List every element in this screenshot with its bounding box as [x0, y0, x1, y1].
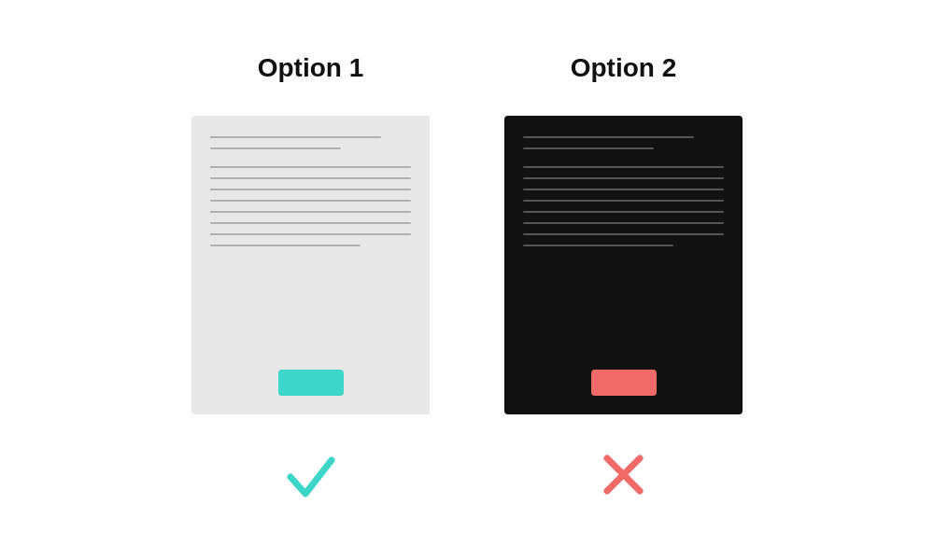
- doc-line: [523, 211, 724, 213]
- doc-gap: [210, 159, 411, 166]
- option2-card: [504, 116, 743, 414]
- option1-lines: [210, 136, 411, 353]
- option2-icon-area: [587, 442, 661, 508]
- doc-line: [210, 222, 411, 224]
- option2-column: Option 2: [504, 53, 743, 508]
- doc-line: [523, 245, 673, 246]
- option1-icon-area: [274, 442, 348, 508]
- doc-line: [210, 233, 411, 235]
- doc-line: [523, 189, 724, 190]
- crossmark-icon: [598, 449, 649, 500]
- doc-line: [523, 177, 724, 179]
- doc-line: [523, 147, 654, 149]
- doc-line: [210, 147, 341, 149]
- doc-gap: [523, 159, 724, 166]
- doc-line: [523, 200, 724, 202]
- doc-line: [210, 200, 411, 202]
- doc-line: [210, 136, 381, 138]
- option1-title: Option 1: [258, 53, 364, 83]
- doc-line: [210, 245, 361, 246]
- doc-line: [523, 136, 694, 138]
- checkmark-icon: [283, 447, 339, 503]
- option2-title: Option 2: [571, 53, 677, 83]
- doc-line: [523, 166, 724, 168]
- option1-card: [191, 116, 430, 414]
- comparison-container: Option 1: [191, 53, 743, 508]
- option1-column: Option 1: [191, 53, 430, 508]
- option1-button[interactable]: [278, 370, 344, 396]
- doc-line: [210, 211, 411, 213]
- doc-line: [210, 189, 411, 190]
- doc-line: [210, 166, 411, 168]
- option2-button[interactable]: [591, 370, 657, 396]
- doc-line: [523, 222, 724, 224]
- option2-lines: [523, 136, 724, 353]
- doc-line: [523, 233, 724, 235]
- doc-line: [210, 177, 411, 179]
